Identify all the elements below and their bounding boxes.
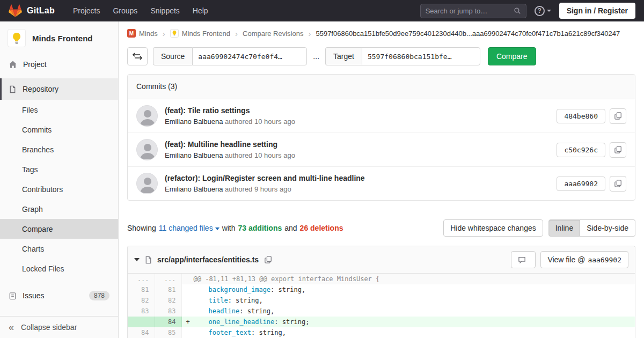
commit-title-link[interactable]: (refactor): Login/Register screen and mu… <box>165 174 557 182</box>
sidebar-item-tags[interactable]: Tags <box>0 159 118 179</box>
compare-button[interactable]: Compare <box>488 47 536 65</box>
home-icon <box>9 60 17 69</box>
commit-meta: Emiliano Balbuena authored 10 hours ago <box>165 117 557 126</box>
new-line-number[interactable]: 85 <box>155 327 181 338</box>
chevron-right-icon: › <box>163 30 165 38</box>
sidebar-item-charts[interactable]: Charts <box>0 239 118 259</box>
collapse-diff-caret-icon[interactable] <box>134 258 140 261</box>
avatar[interactable] <box>136 139 158 160</box>
document-icon <box>9 85 17 93</box>
diff-hunk-row: ... ... @@ -81,11 +81,13 @@ export inter… <box>128 274 635 284</box>
new-line-number: ... <box>155 274 181 284</box>
new-line-number[interactable]: 83 <box>155 306 181 317</box>
copy-sha-button[interactable] <box>610 176 626 192</box>
new-line-number[interactable]: 84 <box>155 317 181 327</box>
old-line-number[interactable]: 83 <box>128 306 155 317</box>
commit-sha-badge[interactable]: aaa69902 <box>557 177 605 191</box>
search-input[interactable] <box>426 7 514 15</box>
sign-in-button[interactable]: Sign in / Register <box>559 3 635 19</box>
breadcrumb-current-shas: 5597f06860bca151bfe50d9ee759c401230d440b… <box>316 30 620 38</box>
copy-icon <box>614 180 622 187</box>
commit-title-link[interactable]: (feat): Tile ratio settings <box>165 106 557 115</box>
repository-section: Repository Files Commits Branches Tags C… <box>0 78 118 278</box>
sidebar-item-commits[interactable]: Commits <box>0 120 118 139</box>
sidebar-item-graph[interactable]: Graph <box>0 199 118 219</box>
old-line-number[interactable]: 84 <box>128 327 155 338</box>
diff-line-row: 82 82 title: string, <box>128 295 635 306</box>
diff-stats-bar: Showing 11 changed files with 73 additio… <box>127 219 635 237</box>
file-icon <box>144 256 152 264</box>
commit-row: (refactor): Login/Register screen and mu… <box>128 167 635 200</box>
nav-item-help[interactable]: Help <box>186 1 215 20</box>
navbar-menu: Projects Groups Snippets Help <box>67 1 215 20</box>
sidebar: Minds Frontend Project Repository Files … <box>0 21 119 338</box>
breadcrumb-item-project[interactable]: Minds Frontend <box>170 29 230 38</box>
project-avatar-small <box>170 29 179 38</box>
commits-panel: Commits (3) (feat): Tile ratio settings … <box>127 74 635 201</box>
commit-author-link[interactable]: Emiliano Balbuena <box>165 185 223 193</box>
global-search[interactable] <box>420 4 526 18</box>
hide-whitespace-button[interactable]: Hide whitespace changes <box>443 219 543 237</box>
lightbulb-icon <box>171 30 178 36</box>
new-line-number[interactable]: 81 <box>155 284 181 295</box>
commit-meta-text: authored 10 hours ago <box>225 151 295 159</box>
diff-file-panel: src/app/interfaces/entities.ts View file… <box>127 246 635 338</box>
chevron-right-icon: › <box>308 30 311 38</box>
sidebar-item-issues[interactable]: Issues 878 <box>0 285 118 306</box>
help-menu[interactable]: ? <box>535 6 551 16</box>
nav-item-snippets[interactable]: Snippets <box>144 1 186 20</box>
brand-name: GitLab <box>27 6 55 16</box>
additions-count: 73 additions <box>238 224 282 232</box>
project-avatar <box>8 29 26 47</box>
nav-item-projects[interactable]: Projects <box>67 1 107 20</box>
diff-file-path[interactable]: src/app/interfaces/entities.ts <box>157 255 259 264</box>
breadcrumb-item-group[interactable]: M Minds <box>127 29 158 38</box>
copy-sha-button[interactable] <box>610 108 626 124</box>
commit-sha-badge[interactable]: c50c926c <box>557 143 605 157</box>
sidebar-item-label: Issues <box>23 291 44 300</box>
lightbulb-icon <box>10 32 23 45</box>
commit-meta-text: authored 9 hours ago <box>225 185 291 193</box>
code-line: +one_line_headline: string; <box>181 317 635 327</box>
inline-view-button[interactable]: Inline <box>548 219 580 237</box>
old-line-number[interactable] <box>128 317 155 327</box>
side-by-side-view-button[interactable]: Side-by-side <box>580 219 635 237</box>
copy-file-path-button[interactable] <box>264 255 273 264</box>
source-input-group: Source <box>153 47 307 65</box>
swap-revisions-button[interactable] <box>127 47 148 65</box>
old-line-number[interactable]: 81 <box>128 284 155 295</box>
avatar[interactable] <box>136 105 158 127</box>
collapse-sidebar-button[interactable]: « Collapse sidebar <box>0 316 118 338</box>
sidebar-item-compare[interactable]: Compare <box>0 219 118 239</box>
target-revision-input[interactable] <box>362 47 480 65</box>
commit-title-link[interactable]: (feat): Multiline headline setting <box>165 140 557 149</box>
breadcrumb-item-compare[interactable]: Compare Revisions <box>243 30 303 38</box>
breadcrumb-label: Minds Frontend <box>182 30 230 38</box>
sidebar-item-project[interactable]: Project <box>0 54 118 75</box>
sidebar-item-branches[interactable]: Branches <box>0 139 118 159</box>
commit-author-link[interactable]: Emiliano Balbuena <box>165 151 223 159</box>
avatar[interactable] <box>136 173 158 194</box>
copy-sha-button[interactable] <box>610 142 626 158</box>
commit-author-link[interactable]: Emiliano Balbuena <box>165 117 223 126</box>
and-label: and <box>284 224 297 232</box>
sidebar-item-files[interactable]: Files <box>0 100 118 120</box>
old-line-number[interactable]: 82 <box>128 295 155 306</box>
sidebar-item-contributors[interactable]: Contributors <box>0 179 118 199</box>
commit-sha-badge[interactable]: 484be860 <box>557 109 605 123</box>
project-context[interactable]: Minds Frontend <box>0 21 118 54</box>
old-line-number: ... <box>128 274 155 284</box>
new-line-number[interactable]: 82 <box>155 295 181 306</box>
view-file-button[interactable]: View file @ aaa69902 <box>540 251 628 268</box>
toggle-comments-button[interactable] <box>511 251 536 268</box>
commits-panel-header: Commits (3) <box>128 75 635 99</box>
target-input-group: Target <box>325 47 480 65</box>
sidebar-item-repository[interactable]: Repository <box>0 78 118 100</box>
source-revision-input[interactable] <box>192 47 307 65</box>
gitlab-logo[interactable]: GitLab <box>9 4 55 17</box>
nav-item-groups[interactable]: Groups <box>106 1 144 20</box>
diff-added-line-row: 84 +one_line_headline: string; <box>128 317 635 327</box>
changed-files-dropdown[interactable]: 11 changed files <box>159 224 219 232</box>
sidebar-item-locked-files[interactable]: Locked Files <box>0 259 118 278</box>
target-label: Target <box>325 47 362 65</box>
